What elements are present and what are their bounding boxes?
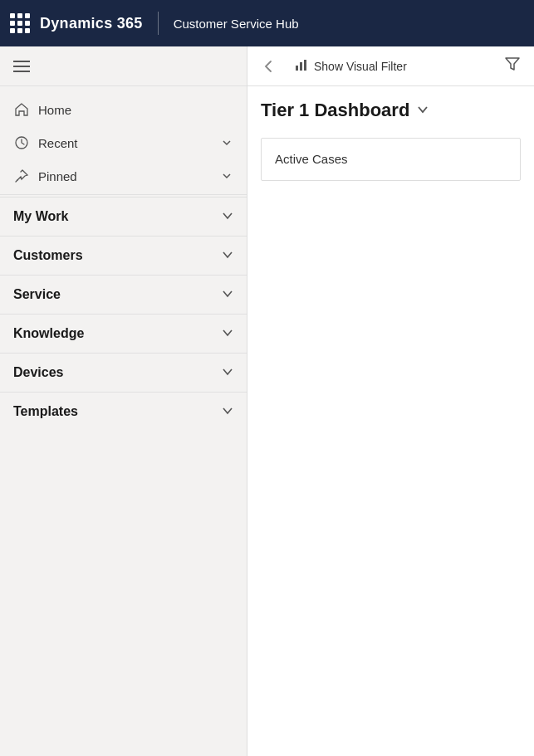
sidebar-item-home[interactable]: Home xyxy=(0,93,247,126)
my-work-label: My Work xyxy=(13,209,68,224)
pinned-label: Pinned xyxy=(38,169,212,183)
hamburger-icon[interactable] xyxy=(13,61,30,72)
dashboard-title: Tier 1 Dashboard xyxy=(261,100,409,121)
sidebar-item-recent[interactable]: Recent xyxy=(0,126,247,159)
knowledge-label: Knowledge xyxy=(13,326,84,341)
sidebar-toolbar xyxy=(0,46,247,86)
content-area: Show Visual Filter Tier 1 Dashboard Acti… xyxy=(247,46,534,756)
content-body: Tier 1 Dashboard Active Cases xyxy=(247,86,534,756)
home-label: Home xyxy=(38,103,233,117)
section-divider-1 xyxy=(0,194,247,195)
dashboard-title-row: Tier 1 Dashboard xyxy=(261,100,521,121)
recent-chevron-icon xyxy=(220,136,233,149)
home-icon xyxy=(13,101,30,118)
topbar: Dynamics 365 Customer Service Hub xyxy=(0,0,534,46)
svg-rect-3 xyxy=(300,62,302,71)
back-button[interactable] xyxy=(257,55,281,78)
templates-label: Templates xyxy=(13,404,78,419)
svg-marker-5 xyxy=(506,58,519,70)
svg-rect-4 xyxy=(304,60,306,71)
svg-line-1 xyxy=(16,180,17,182)
active-cases-card: Active Cases xyxy=(261,138,521,181)
recent-label: Recent xyxy=(38,136,212,150)
app-name: Dynamics 365 xyxy=(40,15,143,32)
content-toolbar: Show Visual Filter xyxy=(247,46,534,86)
templates-chevron-icon xyxy=(222,405,233,419)
customers-chevron-icon xyxy=(222,249,233,263)
sidebar-nav: Home Recent xyxy=(0,86,247,756)
topbar-divider xyxy=(158,12,159,35)
service-chevron-icon xyxy=(222,288,233,302)
show-visual-filter-label: Show Visual Filter xyxy=(314,60,407,73)
recent-icon xyxy=(13,134,30,151)
devices-chevron-icon xyxy=(222,366,233,380)
sidebar-item-knowledge[interactable]: Knowledge xyxy=(0,314,247,353)
sidebar-item-service[interactable]: Service xyxy=(0,275,247,314)
sidebar-item-templates[interactable]: Templates xyxy=(0,392,247,431)
filter-icon[interactable] xyxy=(501,52,524,80)
sidebar-item-devices[interactable]: Devices xyxy=(0,353,247,392)
knowledge-chevron-icon xyxy=(222,327,233,341)
bar-chart-icon xyxy=(294,57,309,76)
dashboard-chevron-icon[interactable] xyxy=(416,103,429,119)
sidebar-item-my-work[interactable]: My Work xyxy=(0,197,247,236)
service-label: Service xyxy=(13,287,61,302)
active-cases-label: Active Cases xyxy=(275,152,348,166)
pinned-chevron-icon xyxy=(220,169,233,183)
customers-label: Customers xyxy=(13,248,83,263)
app-launcher-icon[interactable] xyxy=(10,13,30,33)
my-work-chevron-icon xyxy=(222,210,233,224)
sidebar: Home Recent xyxy=(0,46,247,756)
show-visual-filter-button[interactable]: Show Visual Filter xyxy=(287,54,414,79)
sidebar-item-customers[interactable]: Customers xyxy=(0,236,247,275)
section-name: Customer Service Hub xyxy=(174,17,299,31)
svg-rect-2 xyxy=(296,66,298,71)
devices-label: Devices xyxy=(13,365,64,380)
pin-icon xyxy=(13,168,30,184)
main-layout: Home Recent xyxy=(0,46,534,756)
sidebar-item-pinned[interactable]: Pinned xyxy=(0,159,247,193)
